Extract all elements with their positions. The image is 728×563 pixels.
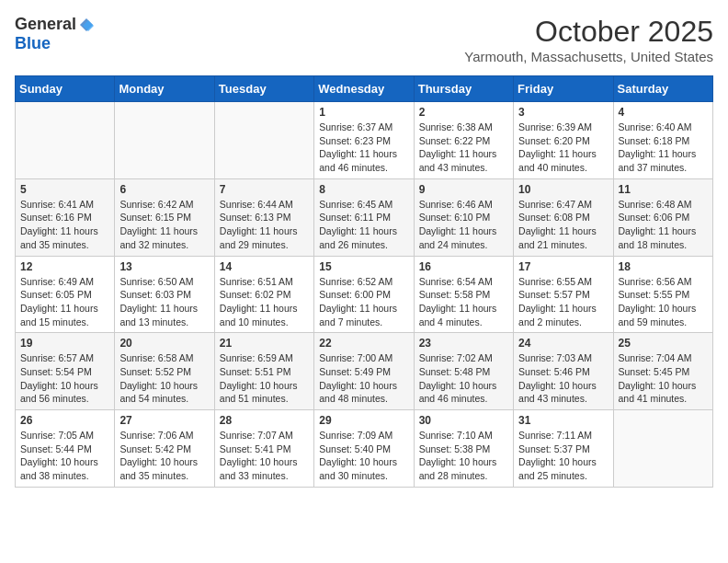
day-info: Sunrise: 6:44 AM Sunset: 6:13 PM Dayligh… <box>220 198 309 252</box>
day-number: 30 <box>419 414 508 427</box>
calendar-cell: 8Sunrise: 6:45 AM Sunset: 6:11 PM Daylig… <box>314 178 414 256</box>
calendar-cell <box>613 410 712 488</box>
day-number: 28 <box>220 414 309 427</box>
calendar-week-row: 26Sunrise: 7:05 AM Sunset: 5:44 PM Dayli… <box>16 410 713 488</box>
day-number: 20 <box>119 337 209 350</box>
page-header: General Blue October 2025 Yarmouth, Mass… <box>15 15 713 64</box>
day-number: 3 <box>518 106 608 119</box>
day-info: Sunrise: 6:51 AM Sunset: 6:02 PM Dayligh… <box>220 275 309 329</box>
day-number: 14 <box>220 260 309 273</box>
day-info: Sunrise: 6:45 AM Sunset: 6:11 PM Dayligh… <box>319 198 408 252</box>
logo-blue-text: Blue <box>15 34 51 53</box>
day-info: Sunrise: 6:50 AM Sunset: 6:03 PM Dayligh… <box>119 275 209 329</box>
calendar-cell: 13Sunrise: 6:50 AM Sunset: 6:03 PM Dayli… <box>115 256 214 333</box>
calendar-cell: 29Sunrise: 7:09 AM Sunset: 5:40 PM Dayli… <box>314 410 414 488</box>
day-info: Sunrise: 6:52 AM Sunset: 6:00 PM Dayligh… <box>319 275 408 329</box>
day-number: 31 <box>518 414 608 427</box>
calendar-cell <box>214 102 313 179</box>
calendar-cell: 6Sunrise: 6:42 AM Sunset: 6:15 PM Daylig… <box>115 178 214 256</box>
calendar-week-row: 19Sunrise: 6:57 AM Sunset: 5:54 PM Dayli… <box>16 333 713 410</box>
calendar-week-row: 5Sunrise: 6:41 AM Sunset: 6:16 PM Daylig… <box>16 178 713 256</box>
calendar-cell: 30Sunrise: 7:10 AM Sunset: 5:38 PM Dayli… <box>414 410 513 488</box>
calendar-cell: 3Sunrise: 6:39 AM Sunset: 6:20 PM Daylig… <box>514 102 613 179</box>
day-number: 15 <box>319 260 408 273</box>
calendar-cell: 10Sunrise: 6:47 AM Sunset: 6:08 PM Dayli… <box>514 178 613 256</box>
calendar-cell: 4Sunrise: 6:40 AM Sunset: 6:18 PM Daylig… <box>613 102 712 179</box>
day-info: Sunrise: 6:49 AM Sunset: 6:05 PM Dayligh… <box>20 275 109 329</box>
calendar-week-row: 12Sunrise: 6:49 AM Sunset: 6:05 PM Dayli… <box>16 256 713 333</box>
day-info: Sunrise: 6:40 AM Sunset: 6:18 PM Dayligh… <box>619 121 708 175</box>
title-block: October 2025 Yarmouth, Massachusetts, Un… <box>464 15 713 64</box>
day-info: Sunrise: 6:41 AM Sunset: 6:16 PM Dayligh… <box>20 198 109 252</box>
weekday-header: Saturday <box>613 76 712 102</box>
day-number: 16 <box>419 260 508 273</box>
day-number: 27 <box>119 414 209 427</box>
day-info: Sunrise: 7:09 AM Sunset: 5:40 PM Dayligh… <box>319 429 408 483</box>
day-info: Sunrise: 7:02 AM Sunset: 5:48 PM Dayligh… <box>419 351 508 406</box>
day-info: Sunrise: 7:03 AM Sunset: 5:46 PM Dayligh… <box>518 351 608 406</box>
day-number: 17 <box>518 260 608 273</box>
day-number: 12 <box>20 260 109 273</box>
calendar-cell <box>115 102 214 179</box>
day-info: Sunrise: 6:37 AM Sunset: 6:23 PM Dayligh… <box>319 121 408 175</box>
day-info: Sunrise: 6:38 AM Sunset: 6:22 PM Dayligh… <box>419 121 508 175</box>
calendar-cell: 14Sunrise: 6:51 AM Sunset: 6:02 PM Dayli… <box>214 256 313 333</box>
weekday-header: Sunday <box>16 76 115 102</box>
day-info: Sunrise: 6:48 AM Sunset: 6:06 PM Dayligh… <box>619 198 708 252</box>
day-info: Sunrise: 6:59 AM Sunset: 5:51 PM Dayligh… <box>220 351 309 406</box>
day-number: 24 <box>518 337 608 350</box>
calendar-cell: 12Sunrise: 6:49 AM Sunset: 6:05 PM Dayli… <box>16 256 115 333</box>
day-number: 19 <box>20 337 109 350</box>
logo: General Blue <box>15 15 95 53</box>
calendar-cell: 28Sunrise: 7:07 AM Sunset: 5:41 PM Dayli… <box>214 410 313 488</box>
calendar-week-row: 1Sunrise: 6:37 AM Sunset: 6:23 PM Daylig… <box>16 102 713 179</box>
day-info: Sunrise: 7:11 AM Sunset: 5:37 PM Dayligh… <box>518 429 608 483</box>
day-number: 7 <box>220 183 309 196</box>
calendar-cell: 16Sunrise: 6:54 AM Sunset: 5:58 PM Dayli… <box>414 256 513 333</box>
day-number: 8 <box>319 183 408 196</box>
day-info: Sunrise: 7:07 AM Sunset: 5:41 PM Dayligh… <box>220 429 309 483</box>
day-number: 4 <box>619 106 708 119</box>
calendar-cell: 15Sunrise: 6:52 AM Sunset: 6:00 PM Dayli… <box>314 256 414 333</box>
day-number: 6 <box>119 183 209 196</box>
calendar-cell <box>16 102 115 179</box>
location-text: Yarmouth, Massachusetts, United States <box>464 49 713 64</box>
day-info: Sunrise: 7:05 AM Sunset: 5:44 PM Dayligh… <box>20 429 109 483</box>
day-info: Sunrise: 7:04 AM Sunset: 5:45 PM Dayligh… <box>619 351 708 406</box>
calendar-cell: 1Sunrise: 6:37 AM Sunset: 6:23 PM Daylig… <box>314 102 414 179</box>
day-number: 25 <box>619 337 708 350</box>
day-info: Sunrise: 6:54 AM Sunset: 5:58 PM Dayligh… <box>419 275 508 329</box>
calendar-cell: 2Sunrise: 6:38 AM Sunset: 6:22 PM Daylig… <box>414 102 513 179</box>
day-info: Sunrise: 6:47 AM Sunset: 6:08 PM Dayligh… <box>518 198 608 252</box>
logo-icon <box>78 17 95 33</box>
weekday-header: Tuesday <box>214 76 313 102</box>
day-number: 22 <box>319 337 408 350</box>
day-info: Sunrise: 7:10 AM Sunset: 5:38 PM Dayligh… <box>419 429 508 483</box>
day-info: Sunrise: 6:55 AM Sunset: 5:57 PM Dayligh… <box>518 275 608 329</box>
calendar-cell: 5Sunrise: 6:41 AM Sunset: 6:16 PM Daylig… <box>16 178 115 256</box>
day-number: 10 <box>518 183 608 196</box>
day-info: Sunrise: 6:39 AM Sunset: 6:20 PM Dayligh… <box>518 121 608 175</box>
weekday-header: Monday <box>115 76 214 102</box>
day-number: 1 <box>319 106 408 119</box>
day-info: Sunrise: 6:57 AM Sunset: 5:54 PM Dayligh… <box>20 351 109 406</box>
weekday-header: Wednesday <box>314 76 414 102</box>
weekday-header: Friday <box>514 76 613 102</box>
day-number: 18 <box>619 260 708 273</box>
day-info: Sunrise: 6:56 AM Sunset: 5:55 PM Dayligh… <box>619 275 708 329</box>
calendar-cell: 21Sunrise: 6:59 AM Sunset: 5:51 PM Dayli… <box>214 333 313 410</box>
logo-general-text: General <box>15 15 76 34</box>
calendar-cell: 19Sunrise: 6:57 AM Sunset: 5:54 PM Dayli… <box>16 333 115 410</box>
calendar-cell: 27Sunrise: 7:06 AM Sunset: 5:42 PM Dayli… <box>115 410 214 488</box>
calendar-cell: 9Sunrise: 6:46 AM Sunset: 6:10 PM Daylig… <box>414 178 513 256</box>
calendar-cell: 25Sunrise: 7:04 AM Sunset: 5:45 PM Dayli… <box>613 333 712 410</box>
calendar-cell: 22Sunrise: 7:00 AM Sunset: 5:49 PM Dayli… <box>314 333 414 410</box>
calendar-cell: 20Sunrise: 6:58 AM Sunset: 5:52 PM Dayli… <box>115 333 214 410</box>
month-title: October 2025 <box>464 15 713 49</box>
day-number: 29 <box>319 414 408 427</box>
day-number: 13 <box>119 260 209 273</box>
day-info: Sunrise: 7:06 AM Sunset: 5:42 PM Dayligh… <box>119 429 209 483</box>
calendar-cell: 24Sunrise: 7:03 AM Sunset: 5:46 PM Dayli… <box>514 333 613 410</box>
day-info: Sunrise: 6:58 AM Sunset: 5:52 PM Dayligh… <box>119 351 209 406</box>
calendar-cell: 7Sunrise: 6:44 AM Sunset: 6:13 PM Daylig… <box>214 178 313 256</box>
